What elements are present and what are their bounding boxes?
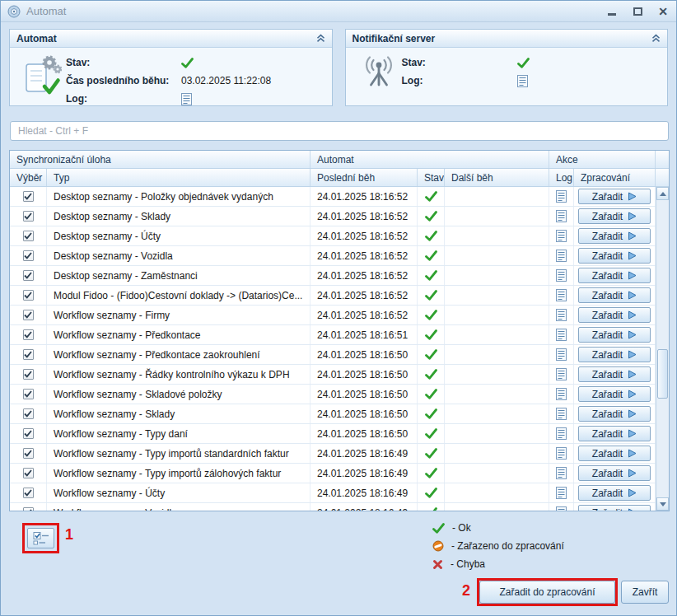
- row-select-checkbox[interactable]: [23, 448, 34, 459]
- enqueue-row-button[interactable]: Zařadit: [578, 465, 651, 481]
- log-icon[interactable]: [556, 368, 567, 380]
- row-select-checkbox[interactable]: [23, 250, 34, 261]
- collapse-up-icon[interactable]: [651, 34, 661, 43]
- col-header-type[interactable]: Typ: [47, 169, 310, 186]
- enqueue-row-button[interactable]: Zařadit: [578, 189, 651, 204]
- log-icon[interactable]: [556, 329, 567, 341]
- log-icon[interactable]: [556, 210, 567, 222]
- table-row[interactable]: Desktop seznamy - Zaměstnanci24.01.2025 …: [10, 266, 656, 286]
- table-row[interactable]: Modul Fidoo - (Fidoo)Cestovní doklady ->…: [10, 286, 656, 306]
- enqueue-all-button[interactable]: Zařadit do zpracování: [479, 581, 615, 604]
- log-icon[interactable]: [556, 487, 567, 499]
- row-select-checkbox[interactable]: [23, 349, 34, 360]
- row-select-checkbox[interactable]: [23, 329, 34, 340]
- col-header-processing[interactable]: Zpracování: [574, 169, 656, 186]
- log-icon[interactable]: [556, 388, 567, 400]
- row-select-checkbox[interactable]: [23, 507, 34, 511]
- row-select-checkbox[interactable]: [23, 389, 34, 399]
- top-panels: Automat: [9, 29, 668, 106]
- scrollbar-thumb[interactable]: [657, 349, 668, 399]
- col-header-last-run[interactable]: Poslední běh: [310, 169, 418, 186]
- scroll-down-icon[interactable]: [656, 497, 669, 511]
- col-header-next-run[interactable]: Další běh: [445, 169, 549, 186]
- table-row[interactable]: Desktop seznamy - Sklady24.01.2025 18:16…: [10, 207, 656, 226]
- log-icon[interactable]: [556, 309, 567, 321]
- enqueue-row-button[interactable]: Zařadit: [578, 347, 651, 362]
- table-row[interactable]: Desktop seznamy - Vozidla24.01.2025 18:1…: [10, 246, 656, 266]
- row-processing-cell: Zařadit: [574, 187, 656, 206]
- collapse-up-icon[interactable]: [316, 34, 325, 43]
- log-icon[interactable]: [556, 348, 567, 361]
- enqueue-row-button[interactable]: Zařadit: [578, 268, 651, 283]
- log-icon[interactable]: [556, 447, 567, 460]
- enqueue-row-button[interactable]: Zařadit: [578, 248, 651, 264]
- enqueue-row-button[interactable]: Zařadit: [578, 446, 651, 461]
- minimize-icon[interactable]: [605, 5, 619, 18]
- table-row[interactable]: Desktop seznamy - Položky objednávek vyd…: [10, 187, 656, 207]
- table-row[interactable]: Workflow seznamy - Řádky kontrolního výk…: [10, 365, 656, 385]
- enqueue-row-button[interactable]: Zařadit: [578, 485, 651, 501]
- table-row[interactable]: Workflow seznamy - Předkontace24.01.2025…: [10, 325, 656, 345]
- row-select-checkbox[interactable]: [23, 191, 34, 202]
- group-header-akce[interactable]: Akce: [549, 151, 656, 168]
- group-header-automat[interactable]: Automat: [310, 151, 549, 168]
- row-select-checkbox[interactable]: [23, 270, 34, 281]
- enqueue-row-button[interactable]: Zařadit: [578, 366, 651, 382]
- row-select-checkbox[interactable]: [23, 369, 34, 380]
- scrollbar-track[interactable]: [656, 200, 669, 497]
- row-select-checkbox[interactable]: [23, 231, 34, 241]
- log-icon[interactable]: [556, 506, 567, 511]
- enqueue-row-button[interactable]: Zařadit: [578, 208, 651, 224]
- row-select-checkbox[interactable]: [23, 290, 34, 301]
- row-select-checkbox[interactable]: [23, 211, 34, 222]
- col-header-select[interactable]: Výběr: [10, 169, 47, 186]
- row-task-type: Desktop seznamy - Účty: [47, 226, 310, 245]
- row-log-cell: [549, 187, 574, 206]
- table-row[interactable]: Workflow seznamy - Účty24.01.2025 18:16:…: [10, 483, 656, 503]
- row-processing-cell: Zařadit: [574, 325, 656, 344]
- table-row[interactable]: Workflow seznamy - Typy importů zálohový…: [10, 464, 656, 483]
- close-dialog-button[interactable]: Zavřít: [621, 581, 669, 604]
- table-row[interactable]: Workflow seznamy - Předkontace zaokrouhl…: [10, 345, 656, 365]
- log-icon[interactable]: [556, 269, 567, 282]
- scroll-up-icon[interactable]: [656, 187, 669, 200]
- log-icon[interactable]: [556, 190, 567, 203]
- group-header-sync-task[interactable]: Synchronizační úloha: [10, 151, 310, 168]
- vertical-scrollbar[interactable]: [656, 187, 669, 511]
- row-select-checkbox[interactable]: [23, 428, 34, 439]
- table-row[interactable]: Workflow seznamy - Skladové položky24.01…: [10, 385, 656, 404]
- col-header-log[interactable]: Log: [549, 169, 574, 186]
- select-all-button[interactable]: [27, 528, 54, 548]
- enqueue-row-button[interactable]: Zařadit: [578, 307, 651, 323]
- log-icon[interactable]: [556, 408, 567, 420]
- table-row[interactable]: Workflow seznamy - Typy importů standard…: [10, 444, 656, 464]
- enqueue-row-button[interactable]: Zařadit: [578, 287, 651, 303]
- col-header-status[interactable]: Stav: [418, 169, 445, 186]
- table-row[interactable]: Workflow seznamy - Sklady24.01.2025 18:1…: [10, 404, 656, 424]
- table-row[interactable]: Workflow seznamy - Vozidla24.01.2025 18:…: [10, 503, 656, 511]
- log-icon[interactable]: [556, 289, 567, 301]
- row-select-checkbox[interactable]: [23, 468, 34, 478]
- search-input[interactable]: [10, 121, 669, 141]
- notification-log-icon[interactable]: [517, 75, 528, 87]
- enqueue-row-button[interactable]: Zařadit: [578, 426, 651, 441]
- row-select-checkbox[interactable]: [23, 488, 34, 498]
- table-row[interactable]: Workflow seznamy - Typy daní24.01.2025 1…: [10, 424, 656, 444]
- log-icon[interactable]: [556, 427, 567, 440]
- enqueue-row-button[interactable]: Zařadit: [578, 505, 651, 511]
- enqueue-row-button[interactable]: Zařadit: [578, 406, 651, 422]
- group-header-filler: [656, 151, 669, 168]
- row-select-checkbox[interactable]: [23, 310, 34, 320]
- enqueue-row-button[interactable]: Zařadit: [578, 327, 651, 343]
- table-row[interactable]: Desktop seznamy - Účty24.01.2025 18:16:5…: [10, 226, 656, 246]
- automat-log-icon[interactable]: [181, 93, 192, 105]
- row-select-checkbox[interactable]: [23, 408, 34, 419]
- log-icon[interactable]: [556, 230, 567, 242]
- table-row[interactable]: Workflow seznamy - Firmy24.01.2025 18:16…: [10, 306, 656, 325]
- close-icon[interactable]: ✕: [656, 5, 670, 18]
- enqueue-row-button[interactable]: Zařadit: [578, 386, 651, 402]
- enqueue-row-button[interactable]: Zařadit: [578, 228, 651, 244]
- maximize-icon[interactable]: [631, 5, 644, 18]
- log-icon[interactable]: [556, 250, 567, 262]
- log-icon[interactable]: [556, 467, 567, 479]
